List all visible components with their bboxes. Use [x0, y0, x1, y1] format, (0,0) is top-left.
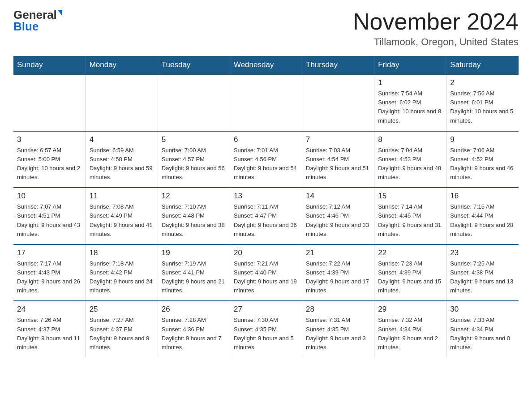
day-info: Sunrise: 7:10 AMSunset: 4:48 PMDaylight:…: [162, 202, 226, 239]
day-info: Sunrise: 7:31 AMSunset: 4:35 PMDaylight:…: [306, 316, 370, 352]
logo-triangle-icon: [58, 10, 62, 16]
header-thursday: Thursday: [302, 56, 374, 74]
day-number: 21: [306, 248, 370, 257]
logo-general: General: [13, 9, 57, 21]
calendar-cell: 26Sunrise: 7:28 AMSunset: 4:36 PMDayligh…: [158, 301, 230, 357]
day-number: 2: [450, 78, 515, 87]
day-number: 18: [90, 248, 154, 257]
day-number: 8: [378, 135, 442, 144]
calendar-cell: 29Sunrise: 7:32 AMSunset: 4:34 PMDayligh…: [374, 301, 446, 357]
day-number: 10: [17, 192, 82, 201]
day-number: 22: [378, 248, 442, 257]
calendar-cell: 5Sunrise: 7:00 AMSunset: 4:57 PMDaylight…: [158, 131, 230, 188]
calendar-week-row: 17Sunrise: 7:17 AMSunset: 4:43 PMDayligh…: [13, 244, 519, 301]
calendar-cell: 18Sunrise: 7:18 AMSunset: 4:42 PMDayligh…: [86, 244, 158, 301]
day-number: 4: [90, 135, 154, 144]
day-info: Sunrise: 7:12 AMSunset: 4:46 PMDaylight:…: [306, 202, 370, 239]
day-info: Sunrise: 7:23 AMSunset: 4:39 PMDaylight:…: [378, 259, 442, 295]
calendar-week-row: 1Sunrise: 7:54 AMSunset: 6:02 PMDaylight…: [13, 74, 519, 131]
day-number: 3: [17, 135, 82, 144]
day-info: Sunrise: 7:17 AMSunset: 4:43 PMDaylight:…: [17, 259, 82, 295]
calendar-cell: 1Sunrise: 7:54 AMSunset: 6:02 PMDaylight…: [374, 74, 446, 131]
day-info: Sunrise: 7:00 AMSunset: 4:57 PMDaylight:…: [162, 146, 226, 182]
day-number: 14: [306, 192, 370, 201]
calendar-cell: 6Sunrise: 7:01 AMSunset: 4:56 PMDaylight…: [230, 131, 302, 188]
day-info: Sunrise: 7:01 AMSunset: 4:56 PMDaylight:…: [234, 146, 298, 182]
day-info: Sunrise: 7:26 AMSunset: 4:37 PMDaylight:…: [17, 316, 82, 352]
header-friday: Friday: [374, 56, 446, 74]
calendar-cell: [86, 74, 158, 131]
day-info: Sunrise: 7:04 AMSunset: 4:53 PMDaylight:…: [378, 146, 442, 182]
header-monday: Monday: [86, 56, 158, 74]
day-info: Sunrise: 6:59 AMSunset: 4:58 PMDaylight:…: [90, 146, 154, 182]
day-info: Sunrise: 7:33 AMSunset: 4:34 PMDaylight:…: [450, 316, 515, 352]
day-number: 11: [90, 192, 154, 201]
calendar-cell: 13Sunrise: 7:11 AMSunset: 4:47 PMDayligh…: [230, 188, 302, 244]
logo-blue: Blue: [13, 21, 39, 32]
day-number: 12: [162, 192, 226, 201]
day-info: Sunrise: 7:56 AMSunset: 6:01 PMDaylight:…: [450, 89, 515, 125]
day-number: 20: [234, 248, 298, 257]
calendar-cell: 22Sunrise: 7:23 AMSunset: 4:39 PMDayligh…: [374, 244, 446, 301]
header-sunday: Sunday: [13, 56, 86, 74]
day-info: Sunrise: 7:07 AMSunset: 4:51 PMDaylight:…: [17, 202, 82, 239]
day-number: 15: [378, 192, 442, 201]
calendar-cell: 3Sunrise: 6:57 AMSunset: 5:00 PMDaylight…: [13, 131, 86, 188]
title-block: November 2024 Tillamook, Oregon, United …: [353, 9, 519, 48]
day-number: 6: [234, 135, 298, 144]
calendar-title: November 2024: [353, 9, 519, 34]
day-number: 16: [450, 192, 515, 201]
day-number: 30: [450, 305, 515, 314]
calendar-cell: 23Sunrise: 7:25 AMSunset: 4:38 PMDayligh…: [446, 244, 519, 301]
day-number: 7: [306, 135, 370, 144]
calendar-cell: 4Sunrise: 6:59 AMSunset: 4:58 PMDaylight…: [86, 131, 158, 188]
calendar-cell: 11Sunrise: 7:08 AMSunset: 4:49 PMDayligh…: [86, 188, 158, 244]
day-info: Sunrise: 7:18 AMSunset: 4:42 PMDaylight:…: [90, 259, 154, 295]
day-number: 25: [90, 305, 154, 314]
calendar-week-row: 24Sunrise: 7:26 AMSunset: 4:37 PMDayligh…: [13, 301, 519, 357]
day-info: Sunrise: 7:14 AMSunset: 4:45 PMDaylight:…: [378, 202, 442, 239]
calendar-cell: 25Sunrise: 7:27 AMSunset: 4:37 PMDayligh…: [86, 301, 158, 357]
day-info: Sunrise: 7:22 AMSunset: 4:39 PMDaylight:…: [306, 259, 370, 295]
day-info: Sunrise: 7:15 AMSunset: 4:44 PMDaylight:…: [450, 202, 515, 239]
day-info: Sunrise: 7:19 AMSunset: 4:41 PMDaylight:…: [162, 259, 226, 295]
day-number: 1: [378, 78, 442, 87]
day-info: Sunrise: 7:27 AMSunset: 4:37 PMDaylight:…: [90, 316, 154, 352]
day-info: Sunrise: 7:03 AMSunset: 4:54 PMDaylight:…: [306, 146, 370, 182]
day-number: 26: [162, 305, 226, 314]
day-number: 19: [162, 248, 226, 257]
calendar-cell: 21Sunrise: 7:22 AMSunset: 4:39 PMDayligh…: [302, 244, 374, 301]
calendar-cell: 12Sunrise: 7:10 AMSunset: 4:48 PMDayligh…: [158, 188, 230, 244]
day-info: Sunrise: 6:57 AMSunset: 5:00 PMDaylight:…: [17, 146, 82, 182]
calendar-week-row: 10Sunrise: 7:07 AMSunset: 4:51 PMDayligh…: [13, 188, 519, 244]
calendar-cell: [230, 74, 302, 131]
calendar-cell: [13, 74, 86, 131]
day-info: Sunrise: 7:32 AMSunset: 4:34 PMDaylight:…: [378, 316, 442, 352]
day-info: Sunrise: 7:30 AMSunset: 4:35 PMDaylight:…: [234, 316, 298, 352]
page-header: General Blue November 2024 Tillamook, Or…: [13, 9, 519, 48]
weekday-header-row: Sunday Monday Tuesday Wednesday Thursday…: [13, 56, 519, 74]
calendar-cell: 14Sunrise: 7:12 AMSunset: 4:46 PMDayligh…: [302, 188, 374, 244]
calendar-cell: 19Sunrise: 7:19 AMSunset: 4:41 PMDayligh…: [158, 244, 230, 301]
day-info: Sunrise: 7:28 AMSunset: 4:36 PMDaylight:…: [162, 316, 226, 352]
calendar-cell: 27Sunrise: 7:30 AMSunset: 4:35 PMDayligh…: [230, 301, 302, 357]
header-saturday: Saturday: [446, 56, 519, 74]
calendar-cell: 17Sunrise: 7:17 AMSunset: 4:43 PMDayligh…: [13, 244, 86, 301]
day-info: Sunrise: 7:06 AMSunset: 4:52 PMDaylight:…: [450, 146, 515, 182]
day-number: 9: [450, 135, 515, 144]
day-number: 29: [378, 305, 442, 314]
day-number: 17: [17, 248, 82, 257]
calendar-cell: 20Sunrise: 7:21 AMSunset: 4:40 PMDayligh…: [230, 244, 302, 301]
day-info: Sunrise: 7:08 AMSunset: 4:49 PMDaylight:…: [90, 202, 154, 239]
day-number: 24: [17, 305, 82, 314]
header-wednesday: Wednesday: [230, 56, 302, 74]
day-info: Sunrise: 7:25 AMSunset: 4:38 PMDaylight:…: [450, 259, 515, 295]
day-info: Sunrise: 7:54 AMSunset: 6:02 PMDaylight:…: [378, 89, 442, 125]
calendar-cell: 9Sunrise: 7:06 AMSunset: 4:52 PMDaylight…: [446, 131, 519, 188]
day-info: Sunrise: 7:11 AMSunset: 4:47 PMDaylight:…: [234, 202, 298, 239]
calendar-table: Sunday Monday Tuesday Wednesday Thursday…: [13, 56, 519, 357]
calendar-week-row: 3Sunrise: 6:57 AMSunset: 5:00 PMDaylight…: [13, 131, 519, 188]
day-number: 13: [234, 192, 298, 201]
calendar-cell: 8Sunrise: 7:04 AMSunset: 4:53 PMDaylight…: [374, 131, 446, 188]
day-number: 28: [306, 305, 370, 314]
